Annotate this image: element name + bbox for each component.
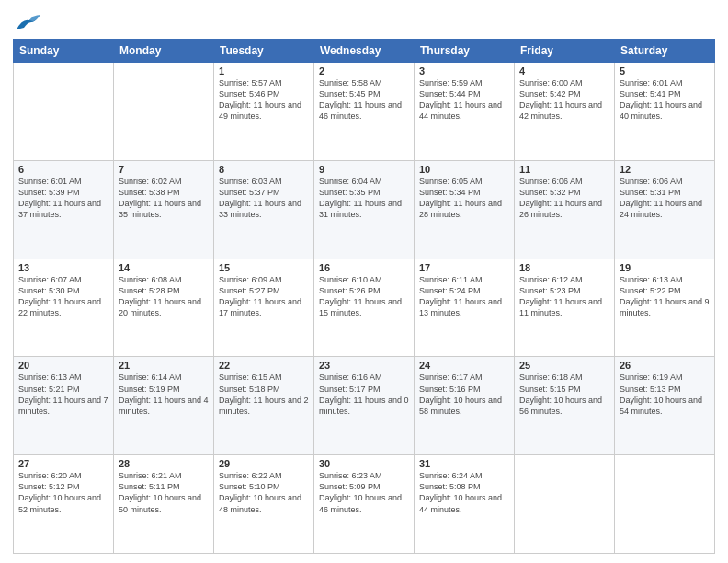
day-info: Sunrise: 6:21 AM Sunset: 5:11 PM Dayligh…	[119, 470, 209, 515]
day-info: Sunrise: 6:06 AM Sunset: 5:31 PM Dayligh…	[620, 176, 710, 221]
calendar-cell: 2Sunrise: 5:58 AM Sunset: 5:45 PM Daylig…	[314, 63, 415, 161]
day-number: 1	[219, 65, 309, 76]
day-number: 31	[419, 458, 509, 469]
day-number: 29	[219, 458, 309, 469]
day-number: 23	[319, 360, 409, 371]
calendar-cell: 16Sunrise: 6:10 AM Sunset: 5:26 PM Dayli…	[314, 259, 415, 357]
logo-bird-icon	[15, 13, 40, 33]
calendar-cell	[114, 63, 214, 161]
logo	[13, 13, 40, 33]
calendar-cell: 6Sunrise: 6:01 AM Sunset: 5:39 PM Daylig…	[14, 160, 114, 259]
weekday-header-monday: Monday	[114, 40, 214, 63]
day-info: Sunrise: 5:57 AM Sunset: 5:46 PM Dayligh…	[219, 77, 309, 122]
weekday-header-friday: Friday	[515, 40, 615, 63]
calendar-cell: 5Sunrise: 6:01 AM Sunset: 5:41 PM Daylig…	[615, 63, 715, 161]
calendar-cell: 1Sunrise: 5:57 AM Sunset: 5:46 PM Daylig…	[214, 63, 314, 161]
calendar-cell: 14Sunrise: 6:08 AM Sunset: 5:28 PM Dayli…	[114, 259, 214, 357]
calendar-week-4: 20Sunrise: 6:13 AM Sunset: 5:21 PM Dayli…	[14, 357, 715, 455]
day-number: 10	[419, 164, 509, 175]
day-info: Sunrise: 6:11 AM Sunset: 5:24 PM Dayligh…	[419, 274, 509, 319]
weekday-header-thursday: Thursday	[415, 40, 515, 63]
calendar-cell: 7Sunrise: 6:02 AM Sunset: 5:38 PM Daylig…	[114, 160, 214, 259]
calendar-cell: 19Sunrise: 6:13 AM Sunset: 5:22 PM Dayli…	[615, 259, 715, 357]
day-info: Sunrise: 6:02 AM Sunset: 5:38 PM Dayligh…	[119, 176, 209, 221]
day-number: 6	[18, 164, 108, 175]
day-info: Sunrise: 6:01 AM Sunset: 5:39 PM Dayligh…	[18, 176, 108, 221]
calendar-cell: 15Sunrise: 6:09 AM Sunset: 5:27 PM Dayli…	[214, 259, 314, 357]
page: SundayMondayTuesdayWednesdayThursdayFrid…	[0, 0, 728, 563]
day-number: 17	[419, 262, 509, 273]
day-info: Sunrise: 6:22 AM Sunset: 5:10 PM Dayligh…	[219, 470, 309, 515]
calendar-cell: 11Sunrise: 6:06 AM Sunset: 5:32 PM Dayli…	[515, 160, 615, 259]
day-number: 25	[519, 360, 609, 371]
day-number: 12	[620, 164, 710, 175]
calendar-cell: 17Sunrise: 6:11 AM Sunset: 5:24 PM Dayli…	[415, 259, 515, 357]
calendar-cell: 9Sunrise: 6:04 AM Sunset: 5:35 PM Daylig…	[314, 160, 415, 259]
weekday-header-tuesday: Tuesday	[214, 40, 314, 63]
day-info: Sunrise: 6:13 AM Sunset: 5:21 PM Dayligh…	[18, 372, 108, 417]
calendar-week-5: 27Sunrise: 6:20 AM Sunset: 5:12 PM Dayli…	[14, 455, 715, 554]
calendar-cell: 10Sunrise: 6:05 AM Sunset: 5:34 PM Dayli…	[415, 160, 515, 259]
day-number: 16	[319, 262, 409, 273]
day-number: 5	[620, 65, 710, 76]
weekday-header-row: SundayMondayTuesdayWednesdayThursdayFrid…	[14, 40, 715, 63]
calendar-cell: 27Sunrise: 6:20 AM Sunset: 5:12 PM Dayli…	[14, 455, 114, 554]
day-number: 13	[18, 262, 108, 273]
calendar-cell: 3Sunrise: 5:59 AM Sunset: 5:44 PM Daylig…	[415, 63, 515, 161]
calendar-cell: 30Sunrise: 6:23 AM Sunset: 5:09 PM Dayli…	[314, 455, 415, 554]
day-number: 21	[119, 360, 209, 371]
day-number: 8	[219, 164, 309, 175]
calendar-cell: 29Sunrise: 6:22 AM Sunset: 5:10 PM Dayli…	[214, 455, 314, 554]
day-number: 2	[319, 65, 409, 76]
day-info: Sunrise: 6:01 AM Sunset: 5:41 PM Dayligh…	[620, 77, 710, 122]
calendar-cell: 21Sunrise: 6:14 AM Sunset: 5:19 PM Dayli…	[114, 357, 214, 455]
day-info: Sunrise: 6:03 AM Sunset: 5:37 PM Dayligh…	[219, 176, 309, 221]
day-info: Sunrise: 6:05 AM Sunset: 5:34 PM Dayligh…	[419, 176, 509, 221]
day-info: Sunrise: 6:09 AM Sunset: 5:27 PM Dayligh…	[219, 274, 309, 319]
day-info: Sunrise: 6:08 AM Sunset: 5:28 PM Dayligh…	[119, 274, 209, 319]
day-info: Sunrise: 6:04 AM Sunset: 5:35 PM Dayligh…	[319, 176, 409, 221]
calendar-week-1: 1Sunrise: 5:57 AM Sunset: 5:46 PM Daylig…	[14, 63, 715, 161]
calendar-week-2: 6Sunrise: 6:01 AM Sunset: 5:39 PM Daylig…	[14, 160, 715, 259]
day-info: Sunrise: 5:58 AM Sunset: 5:45 PM Dayligh…	[319, 77, 409, 122]
day-number: 24	[419, 360, 509, 371]
calendar-cell: 23Sunrise: 6:16 AM Sunset: 5:17 PM Dayli…	[314, 357, 415, 455]
day-info: Sunrise: 6:18 AM Sunset: 5:15 PM Dayligh…	[519, 372, 609, 417]
day-info: Sunrise: 6:23 AM Sunset: 5:09 PM Dayligh…	[319, 470, 409, 515]
header	[13, 9, 715, 33]
day-number: 22	[219, 360, 309, 371]
day-number: 27	[18, 458, 108, 469]
calendar-cell: 18Sunrise: 6:12 AM Sunset: 5:23 PM Dayli…	[515, 259, 615, 357]
day-info: Sunrise: 6:07 AM Sunset: 5:30 PM Dayligh…	[18, 274, 108, 319]
day-info: Sunrise: 5:59 AM Sunset: 5:44 PM Dayligh…	[419, 77, 509, 122]
calendar-body: 1Sunrise: 5:57 AM Sunset: 5:46 PM Daylig…	[14, 63, 715, 554]
day-number: 4	[519, 65, 609, 76]
day-info: Sunrise: 6:12 AM Sunset: 5:23 PM Dayligh…	[519, 274, 609, 319]
day-info: Sunrise: 6:10 AM Sunset: 5:26 PM Dayligh…	[319, 274, 409, 319]
weekday-header-wednesday: Wednesday	[314, 40, 415, 63]
day-info: Sunrise: 6:20 AM Sunset: 5:12 PM Dayligh…	[18, 470, 108, 515]
day-number: 3	[419, 65, 509, 76]
day-info: Sunrise: 6:00 AM Sunset: 5:42 PM Dayligh…	[519, 77, 609, 122]
day-number: 28	[119, 458, 209, 469]
weekday-header-saturday: Saturday	[615, 40, 715, 63]
day-info: Sunrise: 6:17 AM Sunset: 5:16 PM Dayligh…	[419, 372, 509, 417]
calendar-cell: 28Sunrise: 6:21 AM Sunset: 5:11 PM Dayli…	[114, 455, 214, 554]
day-number: 11	[519, 164, 609, 175]
calendar-cell: 13Sunrise: 6:07 AM Sunset: 5:30 PM Dayli…	[14, 259, 114, 357]
calendar-cell	[615, 455, 715, 554]
calendar-cell: 8Sunrise: 6:03 AM Sunset: 5:37 PM Daylig…	[214, 160, 314, 259]
calendar-cell: 4Sunrise: 6:00 AM Sunset: 5:42 PM Daylig…	[515, 63, 615, 161]
calendar-cell: 20Sunrise: 6:13 AM Sunset: 5:21 PM Dayli…	[14, 357, 114, 455]
calendar: SundayMondayTuesdayWednesdayThursdayFrid…	[13, 39, 715, 554]
day-info: Sunrise: 6:15 AM Sunset: 5:18 PM Dayligh…	[219, 372, 309, 417]
day-info: Sunrise: 6:13 AM Sunset: 5:22 PM Dayligh…	[620, 274, 710, 319]
day-number: 30	[319, 458, 409, 469]
day-number: 15	[219, 262, 309, 273]
calendar-cell: 31Sunrise: 6:24 AM Sunset: 5:08 PM Dayli…	[415, 455, 515, 554]
day-info: Sunrise: 6:16 AM Sunset: 5:17 PM Dayligh…	[319, 372, 409, 417]
day-number: 14	[119, 262, 209, 273]
day-number: 19	[620, 262, 710, 273]
calendar-cell: 12Sunrise: 6:06 AM Sunset: 5:31 PM Dayli…	[615, 160, 715, 259]
day-info: Sunrise: 6:19 AM Sunset: 5:13 PM Dayligh…	[620, 372, 710, 417]
